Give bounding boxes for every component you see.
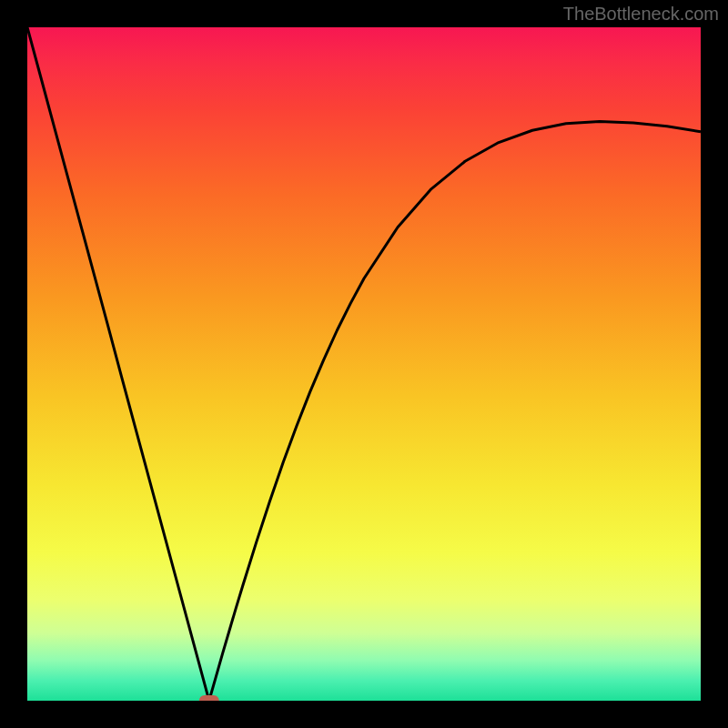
minimum-marker <box>199 695 219 701</box>
chart-svg <box>27 27 701 701</box>
chart-container: TheBottleneck.com <box>0 0 728 728</box>
plot-area <box>27 27 701 701</box>
watermark-text: TheBottleneck.com <box>563 4 719 25</box>
gradient-background <box>27 27 701 701</box>
